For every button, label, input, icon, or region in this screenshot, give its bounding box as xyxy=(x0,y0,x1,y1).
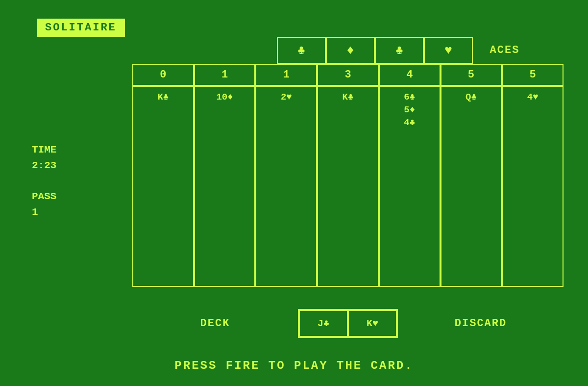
time-label: TIME xyxy=(32,142,56,158)
tableau: K♣ 10♦ 2♥ K♣ 6♣ 5♦ 4♣ Q♣ 4♥ xyxy=(132,86,564,287)
count-5: 5 xyxy=(441,64,502,86)
clubs2-icon: ♣ xyxy=(395,43,403,58)
diamonds-suit: ♦ xyxy=(326,37,375,64)
bottom-row: DECK J♣ K♥ DISCARD xyxy=(132,310,564,337)
suit-row: ♣ ♦ ♣ ♥ ACES xyxy=(277,37,537,64)
hearts-suit: ♥ xyxy=(424,37,473,64)
card-10-diamonds: 10♦ xyxy=(216,92,233,103)
deck-area: DECK xyxy=(132,317,298,330)
time-section: TIME 2:23 xyxy=(32,142,56,173)
pass-value: 1 xyxy=(32,205,56,220)
aces-label-area: ACES xyxy=(473,37,537,64)
tableau-col-0[interactable]: K♣ xyxy=(132,86,194,287)
tableau-col-4[interactable]: 6♣ 5♦ 4♣ xyxy=(379,86,441,287)
deck-label: DECK xyxy=(200,317,230,330)
count-3: 3 xyxy=(317,64,379,86)
count-1: 1 xyxy=(194,64,256,86)
count-0: 0 xyxy=(132,64,194,86)
deck-cards[interactable]: J♣ K♥ xyxy=(298,309,398,338)
bottom-message: PRESS FIRE TO PLAY THE CARD. xyxy=(0,359,588,372)
time-value: 2:23 xyxy=(32,158,56,174)
deck-card-k[interactable]: K♥ xyxy=(348,310,397,337)
clubs2-suit: ♣ xyxy=(375,37,424,64)
tableau-col-1[interactable]: 10♦ xyxy=(194,86,256,287)
card-q-clubs: Q♣ xyxy=(466,92,477,103)
diamonds-icon: ♦ xyxy=(346,43,354,58)
discard-label: DISCARD xyxy=(455,317,507,330)
deck-card-j[interactable]: J♣ xyxy=(299,310,348,337)
card-2-hearts: 2♥ xyxy=(281,92,292,103)
tableau-col-5[interactable]: Q♣ xyxy=(441,86,502,287)
card-k-clubs-2: K♣ xyxy=(343,92,354,103)
card-5-diamonds: 5♦ xyxy=(404,104,415,115)
aces-label: ACES xyxy=(490,44,520,56)
pass-section: PASS 1 xyxy=(32,189,56,220)
card-4-clubs: 4♣ xyxy=(404,117,415,128)
tableau-col-6[interactable]: 4♥ xyxy=(502,86,564,287)
tableau-col-3[interactable]: K♣ xyxy=(317,86,379,287)
discard-area: DISCARD xyxy=(398,317,564,330)
count-4: 4 xyxy=(379,64,441,86)
clubs-icon: ♣ xyxy=(297,43,305,58)
title-box: SOLITAIRE xyxy=(37,19,125,37)
card-6-clubs: 6♣ xyxy=(404,92,415,103)
count-6: 5 xyxy=(502,64,564,86)
count-2: 1 xyxy=(255,64,317,86)
game-screen: SOLITAIRE TIME 2:23 PASS 1 ♣ ♦ ♣ ♥ ACES … xyxy=(0,0,588,386)
pass-label: PASS xyxy=(32,189,56,205)
tableau-col-2[interactable]: 2♥ xyxy=(255,86,317,287)
card-k-clubs: K♣ xyxy=(157,92,169,103)
card-4-hearts: 4♥ xyxy=(527,92,539,103)
title: SOLITAIRE xyxy=(45,22,117,34)
hearts-icon: ♥ xyxy=(444,43,452,58)
counts-row: 0 1 1 3 4 5 5 xyxy=(132,64,564,86)
clubs-suit: ♣ xyxy=(277,37,326,64)
